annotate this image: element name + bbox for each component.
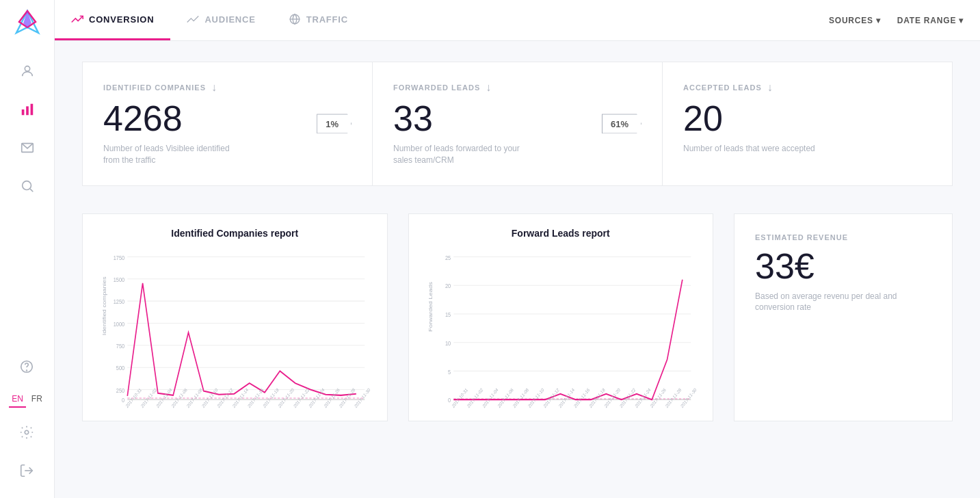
sidebar: EN FR — [0, 0, 55, 498]
svg-text:5: 5 — [448, 367, 451, 375]
stat-desc-companies: Number of leads Visiblee identified from… — [103, 143, 240, 166]
main-content: CONVERSION AUDIENCE TRAFFIC SOURCES ▾ DA… — [55, 0, 980, 498]
stats-row: IDENTIFIED COMPANIES ↓ 4268 Number of le… — [82, 62, 953, 186]
lang-fr[interactable]: FR — [29, 391, 45, 408]
svg-text:25: 25 — [445, 253, 451, 261]
svg-text:2017-11-20: 2017-11-20 — [603, 386, 620, 408]
svg-text:2017-11-30: 2017-11-30 — [680, 386, 696, 408]
stat-number-companies: 4268 — [103, 101, 352, 136]
svg-text:2017-11-14: 2017-11-14 — [557, 386, 574, 408]
stat-desc-leads: Number of leads forwarded to your sales … — [393, 143, 530, 166]
sources-dropdown[interactable]: SOURCES ▾ — [829, 16, 881, 25]
svg-text:250: 250 — [116, 386, 125, 393]
svg-text:2017-11-04: 2017-11-04 — [481, 386, 499, 408]
svg-text:1750: 1750 — [114, 253, 125, 261]
sidebar-item-logout[interactable] — [12, 456, 42, 486]
revenue-number: 33€ — [755, 248, 931, 284]
svg-text:2017-11-12: 2017-11-12 — [216, 386, 233, 408]
svg-text:500: 500 — [116, 364, 125, 371]
stat-desc-accepted: Number of leads that were accepted — [683, 143, 820, 155]
download-icon-leads[interactable]: ↓ — [486, 81, 492, 94]
svg-text:2017-11-20: 2017-11-20 — [278, 386, 295, 408]
svg-text:2017-11-16: 2017-11-16 — [247, 386, 264, 408]
svg-text:2017-11-06: 2017-11-06 — [496, 386, 514, 408]
svg-text:20: 20 — [445, 282, 451, 289]
sidebar-item-chart[interactable] — [12, 94, 42, 124]
sidebar-item-search[interactable] — [12, 171, 42, 201]
svg-text:1000: 1000 — [114, 319, 125, 327]
svg-point-11 — [27, 370, 27, 371]
svg-line-9 — [30, 189, 33, 192]
content-area: IDENTIFIED COMPANIES ↓ 4268 Number of le… — [55, 41, 980, 498]
svg-text:2017-10-31: 2017-10-31 — [125, 386, 142, 408]
sidebar-item-settings[interactable] — [12, 417, 42, 447]
svg-text:2017-11-10: 2017-11-10 — [527, 386, 544, 408]
svg-text:2017-11-24: 2017-11-24 — [634, 386, 651, 408]
svg-text:1250: 1250 — [114, 298, 125, 305]
download-icon-companies[interactable]: ↓ — [211, 81, 217, 94]
svg-text:2017-11-18: 2017-11-18 — [588, 386, 605, 408]
svg-text:2017-11-02: 2017-11-02 — [466, 386, 483, 408]
svg-rect-4 — [21, 109, 24, 115]
chart-title-companies: Identified Companies report — [99, 228, 371, 239]
svg-text:2017-11-22: 2017-11-22 — [618, 386, 635, 408]
svg-text:2017-11-16: 2017-11-16 — [573, 386, 590, 408]
svg-text:2017-11-28: 2017-11-28 — [339, 386, 356, 408]
lang-en[interactable]: EN — [9, 391, 26, 408]
svg-text:2017-11-12: 2017-11-12 — [542, 386, 559, 408]
svg-text:2017-11-06: 2017-11-06 — [170, 386, 187, 408]
svg-text:2017-11-26: 2017-11-26 — [649, 386, 666, 408]
top-nav: CONVERSION AUDIENCE TRAFFIC SOURCES ▾ DA… — [55, 0, 980, 41]
revenue-label: ESTIMATED REVENUE — [755, 233, 931, 241]
date-range-dropdown[interactable]: DATE RANGE ▾ — [897, 16, 964, 25]
svg-text:2017-11-18: 2017-11-18 — [262, 386, 279, 408]
sidebar-item-person[interactable] — [12, 56, 42, 86]
svg-text:2017-11-08: 2017-11-08 — [512, 386, 529, 408]
tab-traffic[interactable]: TRAFFIC — [272, 0, 365, 40]
chart-title-leads: Forward Leads report — [425, 228, 697, 239]
svg-text:2017-11-28: 2017-11-28 — [664, 386, 681, 408]
chart-area-companies: 0 250 500 750 1000 1250 1500 1750 Identi… — [99, 250, 371, 414]
stat-number-accepted: 20 — [683, 101, 931, 136]
svg-rect-5 — [26, 106, 29, 115]
language-switcher: EN FR — [9, 391, 45, 408]
charts-row: Identified Companies report 0 — [82, 213, 953, 421]
app-logo[interactable] — [12, 8, 42, 38]
svg-point-12 — [25, 430, 29, 434]
svg-text:2017-11-08: 2017-11-08 — [186, 386, 203, 408]
svg-text:2017-11-30: 2017-11-30 — [354, 386, 370, 408]
download-icon-accepted[interactable]: ↓ — [767, 81, 773, 94]
stat-badge-leads: 61% — [602, 114, 641, 133]
svg-text:750: 750 — [116, 342, 125, 350]
svg-rect-6 — [30, 104, 33, 116]
stat-accepted-leads: ACCEPTED LEADS ↓ 20 Number of leads that… — [663, 62, 953, 186]
svg-text:10: 10 — [445, 339, 451, 347]
tab-audience[interactable]: AUDIENCE — [170, 0, 272, 40]
svg-text:2017-11-02: 2017-11-02 — [140, 386, 157, 408]
tab-conversion[interactable]: CONVERSION — [55, 0, 170, 40]
svg-text:Identified companies: Identified companies — [101, 276, 107, 335]
chart-area-leads: 0 5 10 15 20 25 Forwarded Leads 2017-10-… — [425, 250, 697, 414]
svg-text:1500: 1500 — [114, 276, 125, 283]
sidebar-item-mail[interactable] — [12, 133, 42, 163]
revenue-desc: Based on average revenu per deal and con… — [755, 291, 931, 314]
chart-forward-leads: Forward Leads report 0 5 10 — [408, 213, 714, 421]
svg-text:0: 0 — [122, 396, 124, 404]
stat-identified-companies: IDENTIFIED COMPANIES ↓ 4268 Number of le… — [82, 62, 373, 186]
revenue-card: ESTIMATED REVENUE 33€ Based on average r… — [734, 213, 953, 421]
svg-point-3 — [25, 66, 29, 71]
stat-forwarded-leads: FORWARDED LEADS ↓ 33 Number of leads for… — [373, 62, 663, 186]
stat-badge-companies: 1% — [317, 114, 352, 133]
svg-text:15: 15 — [445, 311, 451, 318]
svg-text:Forwarded Leads: Forwarded Leads — [427, 282, 433, 332]
svg-text:2017-10-31: 2017-10-31 — [451, 386, 468, 408]
sidebar-item-help[interactable] — [12, 352, 42, 382]
chart-identified-companies: Identified Companies report 0 — [82, 213, 388, 421]
svg-point-8 — [22, 181, 31, 190]
svg-text:0: 0 — [448, 396, 451, 404]
svg-text:2017-11-22: 2017-11-22 — [293, 386, 310, 408]
nav-right: SOURCES ▾ DATE RANGE ▾ — [829, 0, 980, 40]
svg-text:2017-11-26: 2017-11-26 — [323, 386, 341, 408]
